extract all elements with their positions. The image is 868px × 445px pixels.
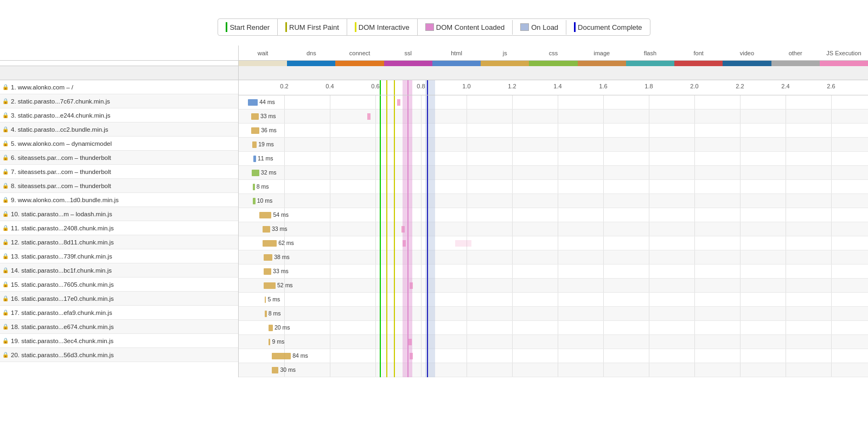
table-row[interactable]: 🔒9. www.alonko.com...1d0.bundle.min.js xyxy=(0,193,238,207)
table-row[interactable]: 🔒18. static.parasto...e674.chunk.min.js xyxy=(0,320,238,334)
grid-line xyxy=(330,95,330,109)
grid-line xyxy=(603,166,604,179)
lock-icon: 🔒 xyxy=(2,239,9,245)
table-row[interactable]: 🔒16. static.parasto...17e0.chunk.min.js xyxy=(0,292,238,306)
marker-line-header xyxy=(386,80,387,95)
grid-line xyxy=(330,335,330,349)
legend-label: Document Complete xyxy=(578,23,642,31)
grid-line xyxy=(330,194,330,208)
lock-icon: 🔒 xyxy=(2,183,9,189)
table-row[interactable]: 🔒4. static.parasto...cc2.bundle.min.js xyxy=(0,122,238,137)
grid-line xyxy=(512,124,513,137)
table-row[interactable]: 🔒14. static.parasto...bc1f.chunk.min.js xyxy=(0,263,238,278)
grid-line xyxy=(694,335,695,349)
grid-line xyxy=(375,236,376,250)
lock-icon: 🔒 xyxy=(2,281,9,287)
grid-line xyxy=(786,124,786,137)
grid-line xyxy=(421,95,422,109)
grid-line xyxy=(330,208,330,222)
marker-line-header xyxy=(380,80,381,95)
grid-line xyxy=(512,363,513,377)
grid-line xyxy=(558,265,558,278)
grid-line xyxy=(740,208,741,222)
table-row[interactable]: 🔒1. www.alonko.com – / xyxy=(0,80,238,94)
ms-label: 84 ms xyxy=(292,352,308,359)
table-row[interactable]: 🔒2. static.parasto...7c67.chunk.min.js xyxy=(0,94,238,108)
row-text: 5. www.alonko.com – dynamicmodel xyxy=(11,140,112,147)
grid-line xyxy=(375,307,376,320)
table-row[interactable]: 🔒13. static.parasto...739f.chunk.min.js xyxy=(0,249,238,263)
grid-line xyxy=(786,279,786,292)
legend-line-icon xyxy=(574,22,576,32)
grid-line xyxy=(330,236,330,250)
grid-line xyxy=(694,194,695,208)
row-text: 15. static.parasto...7605.chunk.min.js xyxy=(11,281,114,288)
grid-line xyxy=(375,95,376,109)
legend-label: Start Render xyxy=(229,23,270,31)
table-row[interactable]: 🔒15. static.parasto...7605.chunk.min.js xyxy=(0,278,238,292)
grid-line xyxy=(558,293,558,306)
grid-line xyxy=(649,307,649,320)
table-row[interactable]: 🔒20. static.parasto...56d3.chunk.min.js xyxy=(0,348,238,362)
resource-type-color-bar xyxy=(287,61,335,66)
lock-icon: 🔒 xyxy=(2,267,9,273)
legend-rect-icon xyxy=(425,23,434,31)
table-row[interactable]: 🔒10. static.parasto...m – lodash.min.js xyxy=(0,207,238,221)
waterfall-bar xyxy=(265,311,266,317)
timeline-row: 52 ms xyxy=(239,279,868,293)
grid-line xyxy=(421,321,422,334)
grid-line xyxy=(421,208,422,222)
grid-line xyxy=(467,180,467,194)
grid-line xyxy=(467,166,467,179)
table-row[interactable]: 🔒19. static.parasto...3ec4.chunk.min.js xyxy=(0,334,238,348)
table-row[interactable]: 🔒3. static.parasto...e244.chunk.min.js xyxy=(0,108,238,122)
grid-line xyxy=(603,109,604,123)
timeline-row: 30 ms xyxy=(239,363,868,377)
table-row[interactable]: 🔒5. www.alonko.com – dynamicmodel xyxy=(0,137,238,151)
js-execution-marker xyxy=(397,99,400,106)
tick-label: 0.2 xyxy=(280,83,288,89)
grid-line xyxy=(786,250,786,264)
lock-icon: 🔒 xyxy=(2,112,9,118)
grid-line xyxy=(694,138,695,151)
grid-line xyxy=(603,236,604,250)
table-row[interactable]: 🔒8. siteassets.par...com – thunderbolt xyxy=(0,179,238,193)
grid-line xyxy=(558,335,558,349)
js-execution-marker xyxy=(403,240,406,247)
timeline-row: 8 ms xyxy=(239,307,868,321)
grid-line xyxy=(512,236,513,250)
grid-line xyxy=(421,166,422,179)
table-row[interactable]: 🔒7. siteassets.par...com – thunderbolt xyxy=(0,165,238,179)
grid-line xyxy=(649,279,649,292)
row-label: 🔒2. static.parasto...7c67.chunk.min.js xyxy=(0,98,238,105)
step-header xyxy=(0,66,238,80)
waterfall-bar xyxy=(259,212,272,218)
grid-line xyxy=(694,180,695,194)
waterfall-bar xyxy=(251,113,259,120)
timeline-row: 54 ms xyxy=(239,208,868,222)
table-row[interactable]: 🔒6. siteassets.par...com – thunderbolt xyxy=(0,151,238,165)
table-row[interactable]: 🔒11. static.parasto...2408.chunk.min.js xyxy=(0,221,238,235)
grid-line xyxy=(421,180,422,194)
resource-type-label: ssl xyxy=(384,50,432,56)
table-row[interactable]: 🔒12. static.parasto...8d11.chunk.min.js xyxy=(0,235,238,249)
tick-label: 0.8 xyxy=(417,83,425,89)
grid-line xyxy=(786,335,786,349)
timeline-row: 33 ms xyxy=(239,222,868,236)
tick-label: 2.0 xyxy=(690,83,698,89)
ms-label: 54 ms xyxy=(273,211,289,218)
grid-line xyxy=(786,152,786,165)
grid-line xyxy=(786,166,786,179)
grid-line xyxy=(694,307,695,320)
grid-line xyxy=(831,321,832,334)
legend: Start RenderRUM First PaintDOM Interacti… xyxy=(218,18,650,36)
timeline-row: 84 ms xyxy=(239,349,868,363)
js-execution-marker xyxy=(409,339,412,345)
grid-line xyxy=(740,152,741,165)
page-title xyxy=(0,0,868,18)
grid-line xyxy=(831,335,832,349)
grid-line xyxy=(649,138,649,151)
ms-label: 19 ms xyxy=(258,141,274,147)
table-row[interactable]: 🔒17. static.parasto...efa9.chunk.min.js xyxy=(0,306,238,320)
lock-icon: 🔒 xyxy=(2,84,9,90)
